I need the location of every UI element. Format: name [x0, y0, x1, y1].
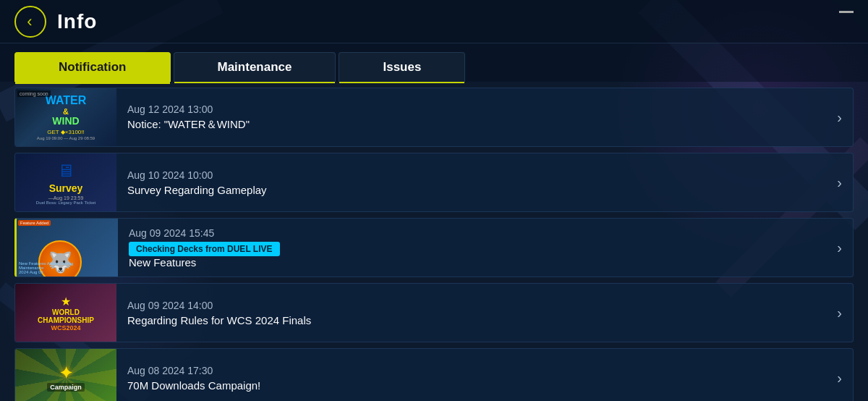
chevron-right-icon: ›	[826, 240, 853, 256]
chevron-right-icon: ›	[826, 305, 853, 321]
page-title: Info	[57, 10, 97, 33]
thumbnail-wcs: ★ WORLDCHAMPIONSHIP WCS2024	[15, 284, 116, 342]
chevron-right-icon: ›	[826, 109, 853, 126]
minimize-button[interactable]	[839, 11, 854, 13]
notification-title: New Features	[129, 256, 815, 269]
notification-item[interactable]: ★ WORLDCHAMPIONSHIP WCS2024 Aug 09 2024 …	[14, 283, 854, 342]
tabs-container: Notification Maintenance Issues	[0, 43, 868, 82]
notification-item[interactable]: coming soon WATER & WIND GET ◆×3100!! Au…	[14, 88, 854, 147]
thumbnail-campaign: ✦ Campaign	[15, 349, 116, 401]
notification-date: Aug 12 2024 13:00	[127, 104, 815, 115]
notification-content: Aug 09 2024 15:45 Checking Decks from DU…	[118, 220, 826, 276]
notification-date: Aug 09 2024 14:00	[127, 300, 815, 311]
back-arrow-icon: ‹	[27, 14, 32, 30]
header: ‹ Info	[0, 0, 868, 43]
notification-date: Aug 10 2024 10:00	[127, 169, 815, 181]
notification-item[interactable]: ✦ Campaign Aug 08 2024 17:30 70M Downloa…	[14, 348, 854, 401]
tab-notification[interactable]: Notification	[14, 52, 171, 82]
notification-title: Survey Regarding Gameplay	[127, 184, 815, 196]
thumbnail-features: Feature Added 🐺 New Features Added Durin…	[17, 219, 118, 277]
notification-item[interactable]: 🖥 Survey —Aug 19 23:59 Duel Boss: Legacy…	[14, 153, 854, 212]
tab-issues[interactable]: Issues	[339, 52, 465, 82]
notification-content: Aug 09 2024 14:00 Regarding Rules for WC…	[116, 292, 826, 334]
notification-title: Notice: "WATER＆WIND"	[127, 118, 815, 132]
notification-date: Aug 09 2024 15:45	[129, 227, 815, 239]
tab-maintenance[interactable]: Maintenance	[174, 52, 336, 82]
chevron-right-icon: ›	[826, 174, 853, 191]
notification-content: Aug 10 2024 10:00 Survey Regarding Gamep…	[116, 162, 826, 203]
badge-row: Checking Decks from DUEL LIVE	[129, 242, 815, 256]
notification-item[interactable]: Feature Added 🐺 New Features Added Durin…	[14, 218, 854, 277]
notification-list: coming soon WATER & WIND GET ◆×3100!! Au…	[0, 82, 868, 401]
notification-content: Aug 12 2024 13:00 Notice: "WATER＆WIND"	[116, 96, 826, 139]
back-button[interactable]: ‹	[14, 6, 46, 38]
thumbnail-survey: 🖥 Survey —Aug 19 23:59 Duel Boss: Legacy…	[15, 153, 116, 211]
notification-date: Aug 08 2024 17:30	[127, 365, 815, 376]
live-badge: Checking Decks from DUEL LIVE	[129, 242, 280, 256]
notification-title: 70M Downloads Campaign!	[127, 379, 815, 392]
chevron-right-icon: ›	[826, 370, 853, 387]
notification-title: Regarding Rules for WCS 2024 Finals	[127, 314, 815, 326]
thumbnail-water-wind: coming soon WATER & WIND GET ◆×3100!! Au…	[15, 88, 116, 146]
notification-content: Aug 08 2024 17:30 70M Downloads Campaign…	[116, 358, 826, 399]
